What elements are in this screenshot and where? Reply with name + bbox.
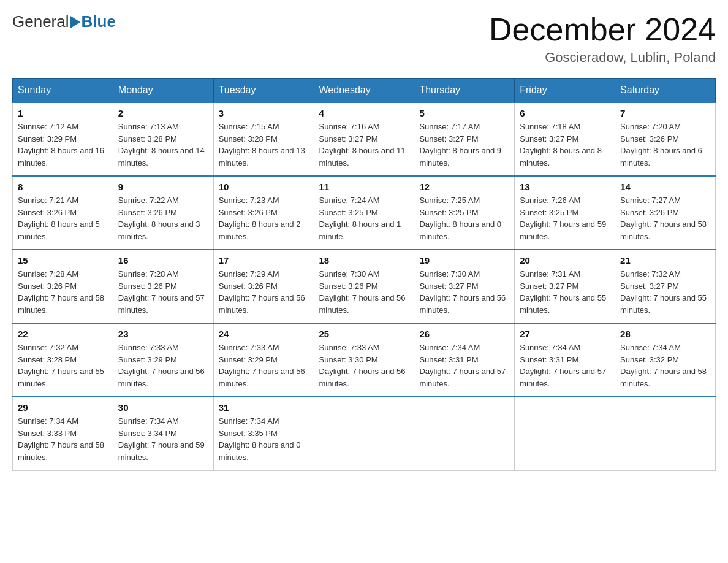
day-info: Sunrise: 7:29 AMSunset: 3:26 PMDaylight:… bbox=[219, 268, 309, 316]
column-header-saturday: Saturday bbox=[615, 79, 716, 103]
day-info: Sunrise: 7:16 AMSunset: 3:27 PMDaylight:… bbox=[319, 121, 409, 169]
calendar-cell: 18Sunrise: 7:30 AMSunset: 3:26 PMDayligh… bbox=[314, 250, 414, 323]
calendar-cell bbox=[515, 397, 615, 470]
day-info: Sunrise: 7:22 AMSunset: 3:26 PMDaylight:… bbox=[118, 194, 208, 242]
day-info: Sunrise: 7:34 AMSunset: 3:33 PMDaylight:… bbox=[18, 415, 108, 463]
calendar-cell: 6Sunrise: 7:18 AMSunset: 3:27 PMDaylight… bbox=[515, 102, 615, 176]
calendar-cell: 5Sunrise: 7:17 AMSunset: 3:27 PMDaylight… bbox=[414, 102, 515, 176]
day-info: Sunrise: 7:34 AMSunset: 3:34 PMDaylight:… bbox=[118, 415, 208, 463]
calendar-cell: 25Sunrise: 7:33 AMSunset: 3:30 PMDayligh… bbox=[314, 323, 414, 397]
calendar-cell: 19Sunrise: 7:30 AMSunset: 3:27 PMDayligh… bbox=[414, 250, 515, 323]
column-header-sunday: Sunday bbox=[13, 79, 113, 103]
column-header-monday: Monday bbox=[113, 79, 213, 103]
calendar-cell: 4Sunrise: 7:16 AMSunset: 3:27 PMDaylight… bbox=[314, 102, 414, 176]
calendar-cell: 3Sunrise: 7:15 AMSunset: 3:28 PMDaylight… bbox=[213, 102, 314, 176]
calendar-cell: 22Sunrise: 7:32 AMSunset: 3:28 PMDayligh… bbox=[13, 323, 113, 397]
day-info: Sunrise: 7:25 AMSunset: 3:25 PMDaylight:… bbox=[419, 194, 509, 242]
day-number: 21 bbox=[620, 255, 710, 266]
calendar-cell: 27Sunrise: 7:34 AMSunset: 3:31 PMDayligh… bbox=[515, 323, 615, 397]
day-number: 13 bbox=[520, 182, 610, 192]
day-info: Sunrise: 7:31 AMSunset: 3:27 PMDaylight:… bbox=[520, 268, 610, 316]
calendar-cell: 12Sunrise: 7:25 AMSunset: 3:25 PMDayligh… bbox=[414, 176, 515, 250]
column-header-thursday: Thursday bbox=[414, 79, 515, 103]
calendar-cell: 9Sunrise: 7:22 AMSunset: 3:26 PMDaylight… bbox=[113, 176, 213, 250]
day-number: 14 bbox=[620, 182, 710, 192]
day-number: 26 bbox=[419, 329, 509, 339]
day-number: 15 bbox=[18, 255, 108, 266]
calendar-cell: 26Sunrise: 7:34 AMSunset: 3:31 PMDayligh… bbox=[414, 323, 515, 397]
calendar-cell: 16Sunrise: 7:28 AMSunset: 3:26 PMDayligh… bbox=[113, 250, 213, 323]
day-info: Sunrise: 7:32 AMSunset: 3:27 PMDaylight:… bbox=[620, 268, 710, 316]
calendar-week-row: 1Sunrise: 7:12 AMSunset: 3:29 PMDaylight… bbox=[13, 102, 716, 176]
day-number: 8 bbox=[18, 182, 108, 192]
day-info: Sunrise: 7:20 AMSunset: 3:26 PMDaylight:… bbox=[620, 121, 710, 169]
day-info: Sunrise: 7:15 AMSunset: 3:28 PMDaylight:… bbox=[219, 121, 309, 169]
calendar-cell: 21Sunrise: 7:32 AMSunset: 3:27 PMDayligh… bbox=[615, 250, 716, 323]
day-number: 20 bbox=[520, 255, 610, 266]
day-number: 12 bbox=[419, 182, 509, 192]
day-info: Sunrise: 7:34 AMSunset: 3:32 PMDaylight:… bbox=[620, 342, 710, 389]
calendar-cell bbox=[414, 397, 515, 470]
column-header-wednesday: Wednesday bbox=[314, 79, 414, 103]
day-number: 17 bbox=[219, 255, 309, 266]
calendar-cell: 11Sunrise: 7:24 AMSunset: 3:25 PMDayligh… bbox=[314, 176, 414, 250]
day-info: Sunrise: 7:33 AMSunset: 3:30 PMDaylight:… bbox=[319, 342, 409, 389]
calendar-week-row: 8Sunrise: 7:21 AMSunset: 3:26 PMDaylight… bbox=[13, 176, 716, 250]
day-number: 28 bbox=[620, 329, 710, 339]
calendar-cell: 24Sunrise: 7:33 AMSunset: 3:29 PMDayligh… bbox=[213, 323, 314, 397]
day-number: 5 bbox=[419, 108, 509, 118]
day-info: Sunrise: 7:24 AMSunset: 3:25 PMDaylight:… bbox=[319, 194, 409, 242]
day-number: 22 bbox=[18, 329, 108, 339]
title-area: December 2024 Goscieradow, Lublin, Polan… bbox=[489, 12, 716, 66]
day-info: Sunrise: 7:21 AMSunset: 3:26 PMDaylight:… bbox=[18, 194, 108, 242]
day-number: 1 bbox=[18, 108, 108, 118]
calendar-cell: 31Sunrise: 7:34 AMSunset: 3:35 PMDayligh… bbox=[213, 397, 314, 470]
day-info: Sunrise: 7:18 AMSunset: 3:27 PMDaylight:… bbox=[520, 121, 610, 169]
day-number: 19 bbox=[419, 255, 509, 266]
calendar-cell: 23Sunrise: 7:33 AMSunset: 3:29 PMDayligh… bbox=[113, 323, 213, 397]
day-number: 24 bbox=[219, 329, 309, 339]
day-info: Sunrise: 7:17 AMSunset: 3:27 PMDaylight:… bbox=[419, 121, 509, 169]
day-info: Sunrise: 7:30 AMSunset: 3:27 PMDaylight:… bbox=[419, 268, 509, 316]
page-header: General Blue December 2024 Goscieradow, … bbox=[12, 12, 716, 66]
location-title: Goscieradow, Lublin, Poland bbox=[489, 50, 716, 66]
day-number: 30 bbox=[118, 402, 208, 413]
calendar-week-row: 29Sunrise: 7:34 AMSunset: 3:33 PMDayligh… bbox=[13, 397, 716, 470]
calendar-cell: 7Sunrise: 7:20 AMSunset: 3:26 PMDaylight… bbox=[615, 102, 716, 176]
calendar-cell: 28Sunrise: 7:34 AMSunset: 3:32 PMDayligh… bbox=[615, 323, 716, 397]
day-number: 11 bbox=[319, 182, 409, 192]
logo: General Blue bbox=[12, 12, 116, 31]
calendar-table: SundayMondayTuesdayWednesdayThursdayFrid… bbox=[12, 78, 716, 471]
calendar-header-row: SundayMondayTuesdayWednesdayThursdayFrid… bbox=[13, 79, 716, 103]
column-header-friday: Friday bbox=[515, 79, 615, 103]
calendar-cell: 15Sunrise: 7:28 AMSunset: 3:26 PMDayligh… bbox=[13, 250, 113, 323]
day-number: 9 bbox=[118, 182, 208, 192]
calendar-cell: 2Sunrise: 7:13 AMSunset: 3:28 PMDaylight… bbox=[113, 102, 213, 176]
logo-arrow-icon bbox=[70, 16, 80, 28]
day-number: 6 bbox=[520, 108, 610, 118]
logo-blue-text: Blue bbox=[82, 12, 116, 31]
calendar-cell: 13Sunrise: 7:26 AMSunset: 3:25 PMDayligh… bbox=[515, 176, 615, 250]
day-info: Sunrise: 7:30 AMSunset: 3:26 PMDaylight:… bbox=[319, 268, 409, 316]
calendar-cell: 29Sunrise: 7:34 AMSunset: 3:33 PMDayligh… bbox=[13, 397, 113, 470]
calendar-cell bbox=[314, 397, 414, 470]
day-number: 23 bbox=[118, 329, 208, 339]
day-info: Sunrise: 7:33 AMSunset: 3:29 PMDaylight:… bbox=[118, 342, 208, 389]
day-info: Sunrise: 7:12 AMSunset: 3:29 PMDaylight:… bbox=[18, 121, 108, 169]
logo-general-text: General bbox=[12, 12, 69, 31]
calendar-cell: 20Sunrise: 7:31 AMSunset: 3:27 PMDayligh… bbox=[515, 250, 615, 323]
calendar-cell: 14Sunrise: 7:27 AMSunset: 3:26 PMDayligh… bbox=[615, 176, 716, 250]
day-info: Sunrise: 7:28 AMSunset: 3:26 PMDaylight:… bbox=[118, 268, 208, 316]
day-info: Sunrise: 7:33 AMSunset: 3:29 PMDaylight:… bbox=[219, 342, 309, 389]
calendar-week-row: 15Sunrise: 7:28 AMSunset: 3:26 PMDayligh… bbox=[13, 250, 716, 323]
column-header-tuesday: Tuesday bbox=[213, 79, 314, 103]
calendar-cell bbox=[615, 397, 716, 470]
day-number: 25 bbox=[319, 329, 409, 339]
day-number: 29 bbox=[18, 402, 108, 413]
day-number: 10 bbox=[219, 182, 309, 192]
day-number: 16 bbox=[118, 255, 208, 266]
day-info: Sunrise: 7:34 AMSunset: 3:31 PMDaylight:… bbox=[520, 342, 610, 389]
day-number: 7 bbox=[620, 108, 710, 118]
day-info: Sunrise: 7:34 AMSunset: 3:35 PMDaylight:… bbox=[219, 415, 309, 463]
day-info: Sunrise: 7:26 AMSunset: 3:25 PMDaylight:… bbox=[520, 194, 610, 242]
